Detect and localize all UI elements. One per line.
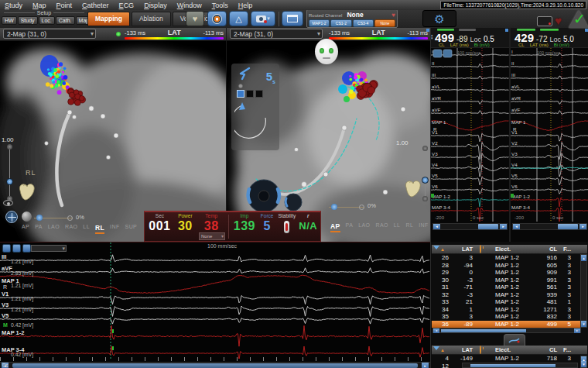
- settings-button[interactable]: ⚙: [422, 10, 456, 27]
- orientation-lao[interactable]: LAO: [48, 224, 60, 234]
- col-cl[interactable]: CL: [534, 246, 559, 253]
- panel-spinner[interactable]: ▴▾: [431, 33, 433, 40]
- scrollbar-thumb[interactable]: [441, 329, 526, 332]
- filter-icon[interactable]: [433, 246, 439, 253]
- scrollbar-thumb[interactable]: [470, 364, 556, 367]
- scroll-right-arrow[interactable]: ▸: [422, 363, 429, 368]
- orientation-rao[interactable]: RAO: [375, 222, 388, 232]
- setup-button-hw[interactable]: HW: [2, 16, 17, 25]
- location-setup-button[interactable]: [207, 11, 227, 26]
- menu-item-study[interactable]: Study: [5, 2, 22, 9]
- panel-maximize-button[interactable]: [585, 29, 588, 32]
- sphere-icon[interactable]: [22, 212, 32, 222]
- point-row-33[interactable]: 3321MAP 1-24811: [432, 298, 587, 306]
- orientation-heart-icon[interactable]: [402, 177, 425, 200]
- scroll-right-arrow[interactable]: ▸: [579, 224, 586, 229]
- menu-item-window[interactable]: Window: [177, 2, 202, 9]
- menu-item-tools[interactable]: Tools: [212, 2, 228, 9]
- scrollbar-thumb[interactable]: [478, 224, 498, 229]
- rotation-arc-control[interactable]: [234, 101, 268, 141]
- tag-size-value[interactable]: 5s: [266, 70, 275, 84]
- slider-thumb[interactable]: [36, 215, 43, 221]
- routed-button-none[interactable]: None: [374, 19, 395, 27]
- slider-thumb[interactable]: [331, 204, 337, 210]
- point-row-32[interactable]: 32-3MAP 1-29393: [432, 291, 587, 299]
- eye-icon[interactable]: [3, 200, 13, 206]
- menu-item-ecg[interactable]: ECG: [119, 2, 135, 9]
- map1-selector-dropdown[interactable]: 2-Map (31, 0) ▾: [3, 29, 96, 39]
- orientation-ll[interactable]: LL: [394, 222, 401, 232]
- col-time[interactable]: [475, 246, 494, 253]
- catheter-list-tab[interactable]: [504, 334, 525, 346]
- sort-icon[interactable]: ▲: [440, 247, 445, 252]
- orientation-lao[interactable]: LAO: [358, 222, 370, 232]
- table2-vscrollbar[interactable]: ▴ ▾: [580, 356, 587, 368]
- scroll-down-arrow[interactable]: ▾: [581, 321, 586, 327]
- orientation-inf[interactable]: INF: [419, 222, 428, 232]
- scroll-up-arrow[interactable]: ▴: [581, 255, 586, 261]
- panel-maximize-button[interactable]: [505, 29, 508, 32]
- scrollbar-thumb[interactable]: [12, 363, 418, 368]
- scrollbar-thumb[interactable]: [558, 224, 578, 229]
- temp-mode-dropdown[interactable]: None▾: [199, 232, 225, 240]
- orientation-pa[interactable]: PA: [35, 224, 43, 234]
- panel2-scrollbar[interactable]: ◂ ▸: [512, 223, 587, 230]
- col-lat[interactable]: LAT: [450, 346, 475, 353]
- setup-button-study[interactable]: Study: [18, 16, 38, 25]
- menu-item-display[interactable]: Display: [144, 2, 167, 9]
- table1-header[interactable]: ▲ LAT Elect. CL F...: [432, 245, 587, 254]
- scroll-left-arrow[interactable]: ◂: [513, 224, 520, 229]
- map1-zoom-slider[interactable]: [5, 144, 15, 201]
- table1-hscrollbar[interactable]: ◂ ▸: [432, 328, 581, 333]
- tab-mapping[interactable]: Mapping: [87, 12, 130, 26]
- swatch-dark-1[interactable]: [246, 90, 254, 98]
- map1-transparency-slider[interactable]: [34, 215, 73, 222]
- setup-button-loc[interactable]: Loc.: [39, 16, 55, 25]
- col-elect[interactable]: Elect.: [494, 346, 534, 353]
- table2-header[interactable]: ▲ LAT Elect. CL F...: [432, 346, 587, 355]
- orientation-heart-icon[interactable]: [15, 180, 39, 203]
- routed-button-cs3-4[interactable]: CS3-4: [353, 19, 374, 27]
- point-row-36[interactable]: 36-89MAP 1-24995: [432, 321, 587, 328]
- scroll-right-arrow[interactable]: ▸: [500, 224, 507, 229]
- col-time[interactable]: [475, 346, 494, 353]
- point-row-34[interactable]: 341MAP 1-212713: [432, 306, 587, 314]
- routed-button-cs1-2[interactable]: CS1-2: [330, 19, 351, 27]
- heart-view-button[interactable]: ♥: [186, 11, 204, 26]
- swatch-dark-2[interactable]: [255, 90, 263, 98]
- col-f[interactable]: F...: [559, 246, 573, 253]
- annotation-traces-1[interactable]: IIIIIIaVLaVRaVFMAP 1V1V2V3V4V5V6MAP 1-2M…: [431, 48, 509, 222]
- col-elect[interactable]: Elect.: [494, 246, 534, 253]
- lat-color-scale[interactable]: -133 ms LAT -113 ms: [125, 29, 224, 40]
- scroll-left-arrow[interactable]: ◂: [433, 224, 440, 229]
- scroll-down-arrow[interactable]: ▾: [581, 361, 586, 367]
- orientation-rao[interactable]: RAO: [65, 224, 77, 234]
- compass-icon[interactable]: [5, 211, 18, 223]
- map2-transparency-slider[interactable]: [329, 204, 364, 211]
- col-lat[interactable]: LAT: [450, 246, 475, 253]
- lat-color-scale[interactable]: -133 ms LAT -113 ms: [329, 29, 428, 40]
- point-row-26[interactable]: 263MAP 1-29163: [432, 254, 587, 262]
- menu-item-map[interactable]: Map: [32, 2, 46, 9]
- menu-item-help[interactable]: Help: [238, 2, 253, 9]
- orientation-pa[interactable]: PA: [346, 222, 354, 232]
- table1-vscrollbar[interactable]: ▴ ▾: [580, 254, 587, 328]
- reference-button[interactable]: △: [229, 11, 248, 26]
- orientation-rl[interactable]: RL: [405, 222, 413, 232]
- swatch-blue[interactable]: [237, 90, 244, 98]
- filter-icon[interactable]: [433, 346, 439, 353]
- routed-button-map1-2[interactable]: MAP1-2: [309, 19, 330, 27]
- orientation-ll[interactable]: LL: [83, 224, 90, 234]
- slider-thumb[interactable]: [6, 178, 13, 185]
- setup-button-cath[interactable]: Cath.: [56, 16, 75, 25]
- orientation-ap[interactable]: AP: [330, 222, 340, 232]
- orientation-rl[interactable]: RL: [95, 224, 104, 234]
- sort-icon[interactable]: ▲: [440, 348, 445, 353]
- panel-maximize-button[interactable]: [426, 29, 429, 32]
- orientation-inf[interactable]: INF: [110, 224, 119, 234]
- screen-layout-button[interactable]: [282, 11, 303, 26]
- point-row-29[interactable]: 290MAP 1-29093: [432, 269, 587, 277]
- map2-selector-dropdown[interactable]: 2-Map (31, 0) ▾: [230, 29, 323, 39]
- tab-ablation[interactable]: Ablation: [132, 12, 171, 26]
- col-f[interactable]: F...: [559, 346, 573, 353]
